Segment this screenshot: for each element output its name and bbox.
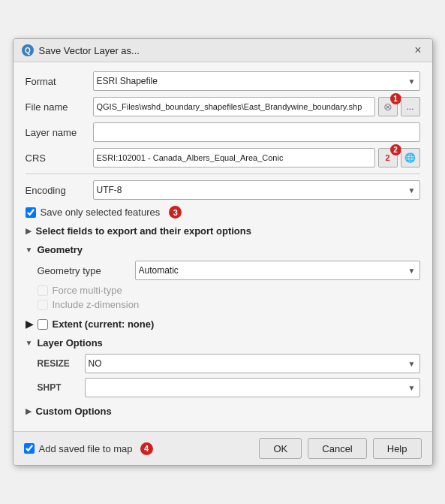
shpt-row: SHPT <box>38 378 420 397</box>
extent-arrow-icon: ▶ <box>26 318 33 330</box>
encoding-label: Encoding <box>26 185 93 196</box>
include-z-checkbox <box>38 300 48 310</box>
custom-options-arrow-icon: ▶ <box>26 407 32 415</box>
dialog-content: Format ESRI Shapefile File name QGIS_Fil… <box>14 62 432 431</box>
extent-section: ▶ Extent (current: none) <box>26 316 420 332</box>
badge-1: 1 <box>390 93 401 104</box>
layername-row: Layer name <box>26 122 420 142</box>
ok-button[interactable]: OK <box>259 438 302 459</box>
geometry-type-row: Geometry type Automatic <box>38 261 420 280</box>
filename-input[interactable]: QGIS_Files\wshd_boundary_shapefiles\East… <box>93 97 375 116</box>
dialog-title: Save Vector Layer as... <box>39 45 140 56</box>
geometry-label: Geometry <box>37 244 83 255</box>
svg-text:Q: Q <box>25 47 31 55</box>
geometry-header[interactable]: ▼ Geometry <box>26 242 420 258</box>
cancel-button[interactable]: Cancel <box>308 438 366 459</box>
filename-browse-button[interactable]: ... <box>401 97 420 116</box>
filename-row: File name QGIS_Files\wshd_boundary_shape… <box>26 97 420 116</box>
save-selected-label: Save only selected features <box>41 207 161 218</box>
title-bar: Q Save Vector Layer as... × <box>14 39 432 62</box>
badge-2: 2 <box>390 144 401 155</box>
layer-options-label: Layer Options <box>37 337 102 349</box>
include-z-row: Include z-dimension <box>38 299 420 310</box>
shpt-label: SHPT <box>38 382 79 393</box>
select-fields-label: Select fields to export and their export… <box>36 225 252 237</box>
crs-label: CRS <box>26 152 93 164</box>
resize-select-wrap: NO YES <box>85 354 420 373</box>
format-row: Format ESRI Shapefile <box>26 71 420 91</box>
title-bar-left: Q Save Vector Layer as... <box>21 44 140 57</box>
add-to-map-label: Add saved file to map <box>39 443 133 454</box>
badge-3: 3 <box>169 206 182 219</box>
resize-row: RESIZE NO YES <box>38 354 420 373</box>
encoding-select-wrap: UTF-8 <box>93 180 420 200</box>
custom-options-header[interactable]: ▶ Custom Options <box>26 403 420 419</box>
layer-options-header[interactable]: ▼ Layer Options <box>26 335 420 351</box>
format-control: ESRI Shapefile <box>93 71 420 91</box>
filename-control: QGIS_Files\wshd_boundary_shapefiles\East… <box>93 97 420 116</box>
include-z-label: Include z-dimension <box>53 299 140 310</box>
format-label: Format <box>26 76 93 87</box>
geometry-section: ▼ Geometry Geometry type Automatic Force… <box>26 242 420 310</box>
layername-label: Layer name <box>26 127 93 138</box>
extent-header[interactable]: ▶ Extent (current: none) <box>26 316 420 332</box>
layer-options-content: RESIZE NO YES SHPT <box>26 354 420 397</box>
layername-input[interactable] <box>93 122 420 142</box>
crs-row: CRS ESRI:102001 - Canada_Albers_Equal_Ar… <box>26 148 420 167</box>
custom-options-label: Custom Options <box>36 406 112 417</box>
crs-globe-button[interactable]: 🌐 <box>401 148 420 167</box>
geometry-type-select[interactable]: Automatic <box>135 261 420 280</box>
help-button[interactable]: Help <box>373 438 422 459</box>
custom-options-section: ▶ Custom Options <box>26 403 420 419</box>
footer-left: Add saved file to map 4 <box>24 442 254 455</box>
layername-control <box>93 122 420 142</box>
extent-checkbox[interactable] <box>38 319 48 330</box>
add-to-map-checkbox[interactable] <box>24 443 35 454</box>
layer-options-arrow-icon: ▼ <box>26 339 33 347</box>
crs-input[interactable]: ESRI:102001 - Canada_Albers_Equal_Area_C… <box>93 148 375 167</box>
encoding-select[interactable]: UTF-8 <box>93 180 420 200</box>
force-multi-label: Force multi-type <box>53 285 122 296</box>
shpt-select-wrap <box>85 378 420 397</box>
extent-label: Extent (current: none) <box>53 318 155 330</box>
dialog-footer: Add saved file to map 4 OK Cancel Help <box>14 431 432 465</box>
crs-select-button[interactable]: 2 2 <box>378 148 398 167</box>
layer-options-section: ▼ Layer Options RESIZE NO YES SHPT <box>26 335 420 397</box>
geometry-content: Geometry type Automatic Force multi-type… <box>26 261 420 310</box>
select-fields-arrow-icon: ▶ <box>26 227 32 235</box>
force-multi-checkbox <box>38 285 48 296</box>
format-select-wrap: ESRI Shapefile <box>93 71 420 91</box>
geometry-type-label: Geometry type <box>38 265 135 276</box>
save-vector-layer-dialog: Q Save Vector Layer as... × Format ESRI … <box>13 38 433 466</box>
resize-select[interactable]: NO YES <box>85 354 420 373</box>
qgis-logo-icon: Q <box>21 44 35 57</box>
encoding-row: Encoding UTF-8 <box>26 180 420 200</box>
save-selected-row: Save only selected features 3 <box>26 206 420 219</box>
force-multi-row: Force multi-type <box>38 285 420 296</box>
geometry-arrow-icon: ▼ <box>26 246 33 254</box>
save-selected-checkbox[interactable] <box>26 207 36 218</box>
select-fields-header[interactable]: ▶ Select fields to export and their expo… <box>26 223 420 239</box>
badge-4: 4 <box>140 442 153 455</box>
geometry-type-select-wrap: Automatic <box>135 261 420 280</box>
close-button[interactable]: × <box>411 44 424 56</box>
filename-clear-button[interactable]: ⊗ 1 <box>378 97 398 116</box>
shpt-select[interactable] <box>85 378 420 397</box>
resize-label: RESIZE <box>38 358 79 369</box>
crs-control: ESRI:102001 - Canada_Albers_Equal_Area_C… <box>93 148 420 167</box>
filename-label: File name <box>26 101 93 113</box>
separator-1 <box>26 174 420 174</box>
format-select[interactable]: ESRI Shapefile <box>93 71 420 91</box>
